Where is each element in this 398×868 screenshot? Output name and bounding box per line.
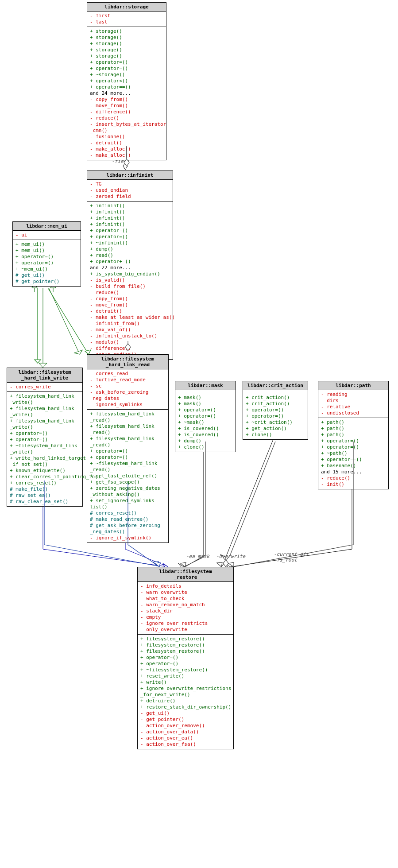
- storage-class: libdar::storage - first - last + storage…: [87, 2, 166, 160]
- restore-fields: - info_details - warn_overwrite - what_t…: [138, 582, 233, 635]
- ea-mask-label: -ea_mask: [186, 554, 209, 559]
- svg-line-42: [128, 545, 159, 567]
- storage-field-last: - last: [90, 19, 163, 25]
- path-fields: - reading - dirs - relative - undisclose…: [318, 390, 388, 418]
- hard-link-write-fields: - corres_write: [7, 383, 82, 392]
- hard-link-write-class: libdar::filesystem_hard_link_write - cor…: [7, 368, 83, 507]
- restore-title: libdar::filesystem_restore: [138, 567, 233, 582]
- crit-action-fields: [243, 390, 308, 393]
- crit-action-methods: + crit_action() + crit_action() + operat…: [243, 393, 308, 439]
- svg-marker-10: [74, 350, 83, 356]
- path-title: libdar::path: [318, 381, 388, 390]
- restore-methods: + filesystem_restore() + filesystem_rest…: [138, 635, 233, 749]
- infinint-class: libdar::infinint - TG - used_endian - ze…: [87, 170, 173, 360]
- mem-ui-fields: - ui: [13, 231, 81, 240]
- path-class: libdar::path - reading - dirs - relative…: [318, 381, 389, 489]
- svg-line-36: [48, 288, 89, 354]
- svg-line-15: [125, 549, 168, 567]
- storage-title: libdar::storage: [87, 3, 166, 12]
- svg-marker-35: [35, 360, 41, 363]
- infinint-fields: - TG - used_endian - zeroed_field: [87, 180, 173, 202]
- crit-action-title: libdar::crit_action: [243, 381, 308, 390]
- hard-link-read-fields: - corres_read - furtive_read_mode - sc -…: [87, 369, 168, 410]
- hard-link-write-methods: + filesystem_hard_link _write() + filesy…: [7, 392, 82, 506]
- svg-marker-46: [181, 562, 186, 567]
- current-dir-label: -current_dir-fs_root: [274, 551, 309, 563]
- svg-line-47: [230, 442, 275, 555]
- storage-fields: - first - last: [87, 12, 166, 27]
- storage-field-first: - first: [90, 13, 163, 19]
- svg-line-39: [44, 545, 157, 566]
- hard-link-read-title: libdar::filesystem_hard_link_read: [87, 355, 168, 369]
- mask-methods: + mask() + mask() + operator=() + operat…: [175, 393, 236, 452]
- hard-link-write-title: libdar::filesystem_hard_link_write: [7, 368, 82, 383]
- svg-marker-8: [39, 363, 47, 368]
- storage-methods: + storage() + storage() + storage() + st…: [87, 27, 166, 160]
- svg-marker-49: [217, 562, 222, 567]
- mem-ui-methods: + mem_ui() + mem_ui() + operator=() + op…: [13, 240, 81, 286]
- mem-ui-title: libdar::mem_ui: [13, 222, 81, 231]
- mask-fields: [175, 390, 236, 393]
- svg-line-20: [226, 438, 274, 557]
- svg-marker-43: [155, 562, 160, 567]
- path-methods: + path() + path() + path() + operator=()…: [318, 418, 388, 489]
- infinint-methods: + infinint() + infinint() + infinint() +…: [87, 202, 173, 359]
- mask-title: libdar::mask: [175, 381, 236, 390]
- mask-class: libdar::mask + mask() + mask() + operato…: [175, 381, 236, 452]
- crit-action-class: libdar::crit_action + crit_action() + cr…: [243, 381, 308, 440]
- svg-marker-53: [223, 560, 228, 567]
- infinint-title: libdar::infinint: [87, 171, 173, 180]
- svg-line-9: [49, 288, 80, 354]
- svg-marker-40: [153, 562, 158, 566]
- overwrite-label: -overwrite: [216, 554, 245, 559]
- svg-marker-52: [228, 562, 234, 567]
- mem-ui-class: libdar::mem_ui - ui + mem_ui() + mem_ui(…: [12, 221, 81, 287]
- restore-class: libdar::filesystem_restore - info_detail…: [137, 567, 234, 749]
- svg-line-12: [43, 549, 168, 567]
- hard-link-read-class: libdar::filesystem_hard_link_read - corr…: [87, 354, 169, 543]
